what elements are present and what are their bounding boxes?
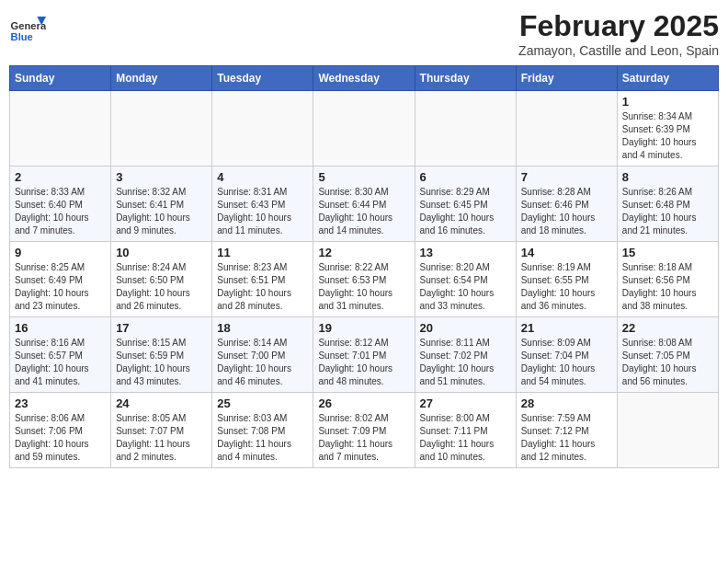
weekday-thursday: Thursday <box>415 66 516 91</box>
week-row-4: 16Sunrise: 8:16 AM Sunset: 6:57 PM Dayli… <box>10 317 719 393</box>
day-info: Sunrise: 8:31 AM Sunset: 6:43 PM Dayligh… <box>217 186 308 237</box>
day-number: 11 <box>217 246 308 259</box>
calendar-cell: 2Sunrise: 8:33 AM Sunset: 6:40 PM Daylig… <box>10 167 111 242</box>
calendar-cell <box>617 393 718 468</box>
calendar-cell <box>516 91 617 167</box>
calendar-body: 1Sunrise: 8:34 AM Sunset: 6:39 PM Daylig… <box>10 91 719 468</box>
day-info: Sunrise: 8:15 AM Sunset: 6:59 PM Dayligh… <box>116 337 207 388</box>
calendar-cell: 5Sunrise: 8:30 AM Sunset: 6:44 PM Daylig… <box>313 167 415 242</box>
calendar-cell: 8Sunrise: 8:26 AM Sunset: 6:48 PM Daylig… <box>617 167 718 242</box>
month-title: February 2025 <box>518 9 719 43</box>
calendar-cell <box>111 91 212 167</box>
calendar-cell: 25Sunrise: 8:03 AM Sunset: 7:08 PM Dayli… <box>212 393 313 468</box>
calendar-cell: 17Sunrise: 8:15 AM Sunset: 6:59 PM Dayli… <box>111 317 212 393</box>
header: General Blue February 2025 Zamayon, Cast… <box>9 9 719 58</box>
day-number: 13 <box>420 246 511 259</box>
calendar-cell: 20Sunrise: 8:11 AM Sunset: 7:02 PM Dayli… <box>415 317 516 393</box>
calendar-cell <box>10 91 111 167</box>
svg-text:Blue: Blue <box>11 31 33 42</box>
title-section: February 2025 Zamayon, Castille and Leon… <box>518 9 719 58</box>
day-number: 5 <box>318 170 409 184</box>
calendar-cell: 11Sunrise: 8:23 AM Sunset: 6:51 PM Dayli… <box>212 242 313 317</box>
weekday-sunday: Sunday <box>10 66 111 91</box>
calendar-cell: 26Sunrise: 8:02 AM Sunset: 7:09 PM Dayli… <box>313 393 415 468</box>
day-number: 21 <box>521 321 612 335</box>
day-number: 27 <box>420 396 511 410</box>
day-number: 26 <box>318 396 409 410</box>
day-info: Sunrise: 8:03 AM Sunset: 7:08 PM Dayligh… <box>217 412 308 464</box>
day-info: Sunrise: 8:30 AM Sunset: 6:44 PM Dayligh… <box>318 186 409 237</box>
calendar-cell: 21Sunrise: 8:09 AM Sunset: 7:04 PM Dayli… <box>516 317 617 393</box>
day-number: 4 <box>217 170 308 184</box>
calendar-cell <box>212 91 313 167</box>
day-info: Sunrise: 8:11 AM Sunset: 7:02 PM Dayligh… <box>420 337 511 388</box>
day-info: Sunrise: 8:06 AM Sunset: 7:06 PM Dayligh… <box>15 412 106 464</box>
day-info: Sunrise: 8:02 AM Sunset: 7:09 PM Dayligh… <box>318 412 409 464</box>
day-info: Sunrise: 8:19 AM Sunset: 6:55 PM Dayligh… <box>521 261 612 313</box>
day-number: 23 <box>15 396 106 410</box>
calendar-cell: 1Sunrise: 8:34 AM Sunset: 6:39 PM Daylig… <box>617 91 718 167</box>
calendar-cell: 23Sunrise: 8:06 AM Sunset: 7:06 PM Dayli… <box>10 393 111 468</box>
day-info: Sunrise: 8:24 AM Sunset: 6:50 PM Dayligh… <box>116 261 207 313</box>
day-number: 20 <box>420 321 511 335</box>
calendar-cell <box>313 91 415 167</box>
calendar-cell: 4Sunrise: 8:31 AM Sunset: 6:43 PM Daylig… <box>212 167 313 242</box>
week-row-3: 9Sunrise: 8:25 AM Sunset: 6:49 PM Daylig… <box>10 242 719 317</box>
calendar-cell: 18Sunrise: 8:14 AM Sunset: 7:00 PM Dayli… <box>212 317 313 393</box>
day-info: Sunrise: 8:18 AM Sunset: 6:56 PM Dayligh… <box>622 261 713 313</box>
calendar-cell: 19Sunrise: 8:12 AM Sunset: 7:01 PM Dayli… <box>313 317 415 393</box>
calendar-cell: 10Sunrise: 8:24 AM Sunset: 6:50 PM Dayli… <box>111 242 212 317</box>
week-row-2: 2Sunrise: 8:33 AM Sunset: 6:40 PM Daylig… <box>10 167 719 242</box>
calendar-cell: 13Sunrise: 8:20 AM Sunset: 6:54 PM Dayli… <box>415 242 516 317</box>
day-info: Sunrise: 8:00 AM Sunset: 7:11 PM Dayligh… <box>420 412 511 464</box>
calendar-cell: 24Sunrise: 8:05 AM Sunset: 7:07 PM Dayli… <box>111 393 212 468</box>
day-info: Sunrise: 8:33 AM Sunset: 6:40 PM Dayligh… <box>15 186 106 237</box>
calendar-cell: 15Sunrise: 8:18 AM Sunset: 6:56 PM Dayli… <box>617 242 718 317</box>
day-info: Sunrise: 8:20 AM Sunset: 6:54 PM Dayligh… <box>420 261 511 313</box>
day-number: 28 <box>521 396 612 410</box>
weekday-wednesday: Wednesday <box>313 66 415 91</box>
day-number: 24 <box>116 396 207 410</box>
week-row-1: 1Sunrise: 8:34 AM Sunset: 6:39 PM Daylig… <box>10 91 719 167</box>
day-number: 3 <box>116 170 207 184</box>
weekday-friday: Friday <box>516 66 617 91</box>
weekday-tuesday: Tuesday <box>212 66 313 91</box>
day-info: Sunrise: 8:14 AM Sunset: 7:00 PM Dayligh… <box>217 337 308 388</box>
day-number: 2 <box>15 170 106 184</box>
day-number: 17 <box>116 321 207 335</box>
calendar-cell: 7Sunrise: 8:28 AM Sunset: 6:46 PM Daylig… <box>516 167 617 242</box>
day-number: 7 <box>521 170 612 184</box>
calendar-cell: 22Sunrise: 8:08 AM Sunset: 7:05 PM Dayli… <box>617 317 718 393</box>
weekday-header-row: SundayMondayTuesdayWednesdayThursdayFrid… <box>10 66 719 91</box>
day-info: Sunrise: 8:12 AM Sunset: 7:01 PM Dayligh… <box>318 337 409 388</box>
calendar-table: SundayMondayTuesdayWednesdayThursdayFrid… <box>9 65 719 468</box>
day-number: 22 <box>622 321 713 335</box>
calendar-cell: 27Sunrise: 8:00 AM Sunset: 7:11 PM Dayli… <box>415 393 516 468</box>
location-subtitle: Zamayon, Castille and Leon, Spain <box>518 43 719 58</box>
weekday-saturday: Saturday <box>617 66 718 91</box>
day-number: 8 <box>622 170 713 184</box>
calendar-cell <box>415 91 516 167</box>
day-number: 15 <box>622 246 713 259</box>
day-info: Sunrise: 8:25 AM Sunset: 6:49 PM Dayligh… <box>15 261 106 313</box>
day-number: 1 <box>622 95 713 109</box>
day-info: Sunrise: 8:32 AM Sunset: 6:41 PM Dayligh… <box>116 186 207 237</box>
calendar-cell: 3Sunrise: 8:32 AM Sunset: 6:41 PM Daylig… <box>111 167 212 242</box>
day-number: 10 <box>116 246 207 259</box>
logo: General Blue <box>9 9 50 46</box>
day-info: Sunrise: 8:08 AM Sunset: 7:05 PM Dayligh… <box>622 337 713 388</box>
day-info: Sunrise: 8:09 AM Sunset: 7:04 PM Dayligh… <box>521 337 612 388</box>
logo-icon: General Blue <box>9 9 46 46</box>
day-number: 6 <box>420 170 511 184</box>
calendar-cell: 28Sunrise: 7:59 AM Sunset: 7:12 PM Dayli… <box>516 393 617 468</box>
day-info: Sunrise: 8:34 AM Sunset: 6:39 PM Dayligh… <box>622 110 713 162</box>
day-number: 9 <box>15 246 106 259</box>
day-info: Sunrise: 8:26 AM Sunset: 6:48 PM Dayligh… <box>622 186 713 237</box>
day-number: 25 <box>217 396 308 410</box>
calendar-cell: 9Sunrise: 8:25 AM Sunset: 6:49 PM Daylig… <box>10 242 111 317</box>
day-number: 16 <box>15 321 106 335</box>
day-number: 19 <box>318 321 409 335</box>
day-info: Sunrise: 8:05 AM Sunset: 7:07 PM Dayligh… <box>116 412 207 464</box>
calendar-cell: 16Sunrise: 8:16 AM Sunset: 6:57 PM Dayli… <box>10 317 111 393</box>
calendar-cell: 14Sunrise: 8:19 AM Sunset: 6:55 PM Dayli… <box>516 242 617 317</box>
